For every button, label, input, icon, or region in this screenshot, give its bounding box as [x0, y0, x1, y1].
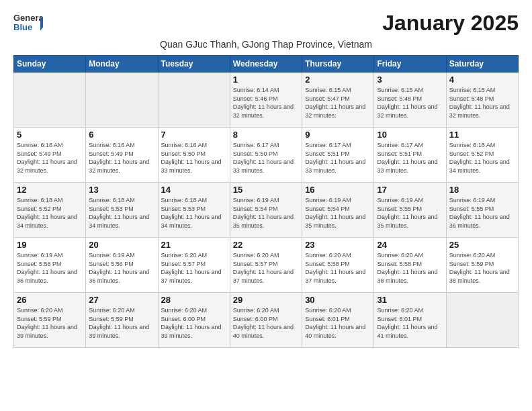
day-number: 6 — [89, 130, 154, 140]
day-number: 7 — [161, 130, 227, 140]
calendar-cell: 20 Sunrise: 6:19 AMSunset: 5:56 PMDaylig… — [86, 238, 158, 293]
weekday-monday: Monday — [86, 56, 158, 73]
calendar-table: SundayMondayTuesdayWednesdayThursdayFrid… — [13, 55, 519, 348]
day-number: 22 — [233, 240, 299, 250]
calendar-cell: 7 Sunrise: 6:16 AMSunset: 5:50 PMDayligh… — [158, 128, 230, 183]
calendar-cell: 26 Sunrise: 6:20 AMSunset: 5:59 PMDaylig… — [14, 293, 86, 348]
week-row-1: 1 Sunrise: 6:14 AMSunset: 5:46 PMDayligh… — [14, 73, 519, 128]
day-number: 12 — [17, 185, 83, 195]
day-number: 28 — [161, 295, 227, 305]
svg-text:General: General — [13, 13, 43, 23]
calendar-cell — [86, 73, 158, 128]
day-info: Sunrise: 6:17 AMSunset: 5:51 PMDaylight:… — [305, 142, 365, 174]
day-info: Sunrise: 6:20 AMSunset: 5:57 PMDaylight:… — [233, 252, 294, 284]
calendar-cell: 10 Sunrise: 6:17 AMSunset: 5:51 PMDaylig… — [374, 128, 446, 183]
weekday-sunday: Sunday — [14, 56, 86, 73]
day-info: Sunrise: 6:20 AMSunset: 5:59 PMDaylight:… — [89, 307, 149, 339]
day-number: 29 — [233, 295, 299, 305]
calendar-cell: 24 Sunrise: 6:20 AMSunset: 5:58 PMDaylig… — [374, 238, 446, 293]
day-number: 30 — [305, 295, 371, 305]
week-row-3: 12 Sunrise: 6:18 AMSunset: 5:52 PMDaylig… — [14, 183, 519, 238]
day-info: Sunrise: 6:16 AMSunset: 5:50 PMDaylight:… — [161, 142, 222, 174]
day-number: 16 — [305, 185, 371, 195]
logo: General Blue — [13, 11, 43, 36]
day-info: Sunrise: 6:19 AMSunset: 5:56 PMDaylight:… — [17, 252, 77, 284]
day-number: 2 — [305, 75, 371, 85]
day-info: Sunrise: 6:20 AMSunset: 5:59 PMDaylight:… — [17, 307, 77, 339]
calendar-cell: 21 Sunrise: 6:20 AMSunset: 5:57 PMDaylig… — [158, 238, 230, 293]
calendar-cell: 25 Sunrise: 6:20 AMSunset: 5:59 PMDaylig… — [446, 238, 518, 293]
calendar-cell: 2 Sunrise: 6:15 AMSunset: 5:47 PMDayligh… — [302, 73, 374, 128]
calendar-cell: 30 Sunrise: 6:20 AMSunset: 6:01 PMDaylig… — [302, 293, 374, 348]
calendar-cell: 14 Sunrise: 6:18 AMSunset: 5:53 PMDaylig… — [158, 183, 230, 238]
calendar-cell: 11 Sunrise: 6:18 AMSunset: 5:52 PMDaylig… — [446, 128, 518, 183]
calendar-page: General Blue January 2025 Quan GJuc Than… — [0, 0, 532, 411]
day-info: Sunrise: 6:16 AMSunset: 5:49 PMDaylight:… — [89, 142, 149, 174]
calendar-cell: 1 Sunrise: 6:14 AMSunset: 5:46 PMDayligh… — [230, 73, 302, 128]
weekday-friday: Friday — [374, 56, 446, 73]
calendar-cell — [14, 73, 86, 128]
weekday-header-row: SundayMondayTuesdayWednesdayThursdayFrid… — [14, 56, 519, 73]
day-info: Sunrise: 6:19 AMSunset: 5:55 PMDaylight:… — [377, 197, 437, 229]
day-info: Sunrise: 6:18 AMSunset: 5:53 PMDaylight:… — [89, 197, 149, 229]
week-row-5: 26 Sunrise: 6:20 AMSunset: 5:59 PMDaylig… — [14, 293, 519, 348]
day-number: 24 — [377, 240, 443, 250]
day-info: Sunrise: 6:19 AMSunset: 5:56 PMDaylight:… — [89, 252, 149, 284]
calendar-cell: 12 Sunrise: 6:18 AMSunset: 5:52 PMDaylig… — [14, 183, 86, 238]
day-info: Sunrise: 6:14 AMSunset: 5:46 PMDaylight:… — [233, 87, 294, 119]
day-info: Sunrise: 6:17 AMSunset: 5:50 PMDaylight:… — [233, 142, 294, 174]
weekday-saturday: Saturday — [446, 56, 518, 73]
day-info: Sunrise: 6:20 AMSunset: 5:58 PMDaylight:… — [377, 252, 437, 284]
day-number: 14 — [161, 185, 227, 195]
day-number: 3 — [377, 75, 443, 85]
weekday-wednesday: Wednesday — [230, 56, 302, 73]
calendar-cell: 23 Sunrise: 6:20 AMSunset: 5:58 PMDaylig… — [302, 238, 374, 293]
day-info: Sunrise: 6:19 AMSunset: 5:55 PMDaylight:… — [449, 197, 510, 229]
day-info: Sunrise: 6:16 AMSunset: 5:49 PMDaylight:… — [17, 142, 77, 174]
day-info: Sunrise: 6:19 AMSunset: 5:54 PMDaylight:… — [305, 197, 365, 229]
calendar-cell: 3 Sunrise: 6:15 AMSunset: 5:48 PMDayligh… — [374, 73, 446, 128]
day-info: Sunrise: 6:19 AMSunset: 5:54 PMDaylight:… — [233, 197, 294, 229]
calendar-cell: 29 Sunrise: 6:20 AMSunset: 6:00 PMDaylig… — [230, 293, 302, 348]
week-row-4: 19 Sunrise: 6:19 AMSunset: 5:56 PMDaylig… — [14, 238, 519, 293]
month-title: January 2025 — [382, 11, 519, 36]
week-row-2: 5 Sunrise: 6:16 AMSunset: 5:49 PMDayligh… — [14, 128, 519, 183]
day-number: 19 — [17, 240, 83, 250]
day-info: Sunrise: 6:20 AMSunset: 6:01 PMDaylight:… — [377, 307, 437, 339]
day-number: 18 — [449, 185, 515, 195]
day-number: 9 — [305, 130, 371, 140]
calendar-cell: 22 Sunrise: 6:20 AMSunset: 5:57 PMDaylig… — [230, 238, 302, 293]
day-info: Sunrise: 6:20 AMSunset: 5:59 PMDaylight:… — [449, 252, 510, 284]
day-number: 13 — [89, 185, 154, 195]
day-number: 31 — [377, 295, 443, 305]
day-info: Sunrise: 6:20 AMSunset: 6:01 PMDaylight:… — [305, 307, 365, 339]
calendar-cell — [158, 73, 230, 128]
day-info: Sunrise: 6:20 AMSunset: 6:00 PMDaylight:… — [161, 307, 222, 339]
logo-svg: General Blue — [13, 11, 43, 36]
calendar-cell: 5 Sunrise: 6:16 AMSunset: 5:49 PMDayligh… — [14, 128, 86, 183]
day-number: 20 — [89, 240, 154, 250]
day-number: 26 — [17, 295, 83, 305]
day-number: 17 — [377, 185, 443, 195]
calendar-cell: 18 Sunrise: 6:19 AMSunset: 5:55 PMDaylig… — [446, 183, 518, 238]
day-number: 15 — [233, 185, 299, 195]
day-info: Sunrise: 6:15 AMSunset: 5:48 PMDaylight:… — [449, 87, 510, 119]
calendar-cell: 27 Sunrise: 6:20 AMSunset: 5:59 PMDaylig… — [86, 293, 158, 348]
day-info: Sunrise: 6:20 AMSunset: 5:58 PMDaylight:… — [305, 252, 365, 284]
calendar-cell — [446, 293, 518, 348]
day-info: Sunrise: 6:18 AMSunset: 5:52 PMDaylight:… — [449, 142, 510, 174]
calendar-cell: 13 Sunrise: 6:18 AMSunset: 5:53 PMDaylig… — [86, 183, 158, 238]
day-number: 8 — [233, 130, 299, 140]
day-number: 21 — [161, 240, 227, 250]
svg-text:Blue: Blue — [13, 22, 32, 32]
calendar-cell: 9 Sunrise: 6:17 AMSunset: 5:51 PMDayligh… — [302, 128, 374, 183]
day-number: 23 — [305, 240, 371, 250]
header-top: General Blue January 2025 — [13, 11, 519, 36]
day-info: Sunrise: 6:15 AMSunset: 5:48 PMDaylight:… — [377, 87, 437, 119]
calendar-cell: 4 Sunrise: 6:15 AMSunset: 5:48 PMDayligh… — [446, 73, 518, 128]
weekday-thursday: Thursday — [302, 56, 374, 73]
calendar-cell: 8 Sunrise: 6:17 AMSunset: 5:50 PMDayligh… — [230, 128, 302, 183]
calendar-cell: 15 Sunrise: 6:19 AMSunset: 5:54 PMDaylig… — [230, 183, 302, 238]
day-info: Sunrise: 6:20 AMSunset: 5:57 PMDaylight:… — [161, 252, 222, 284]
calendar-subtitle: Quan GJuc Thanh, GJong Thap Province, Vi… — [13, 39, 519, 50]
